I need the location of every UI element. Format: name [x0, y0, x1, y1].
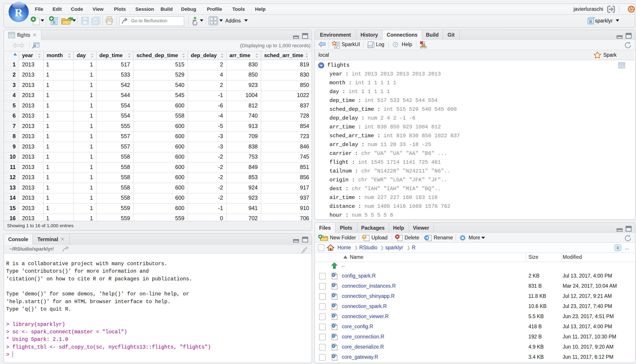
svg-text:R: R — [589, 19, 592, 24]
svg-text:R: R — [332, 274, 335, 277]
svg-text:R: R — [332, 334, 335, 338]
svg-text:R: R — [332, 344, 335, 348]
svg-text:R: R — [332, 294, 335, 297]
svg-text:R: R — [332, 314, 335, 318]
svg-text:R: R — [332, 284, 335, 287]
svg-text:R: R — [332, 304, 335, 307]
svg-text:R: R — [616, 246, 619, 250]
svg-text:R: R — [332, 355, 335, 358]
svg-text:R: R — [332, 324, 335, 328]
svg-text:?: ? — [394, 43, 396, 46]
